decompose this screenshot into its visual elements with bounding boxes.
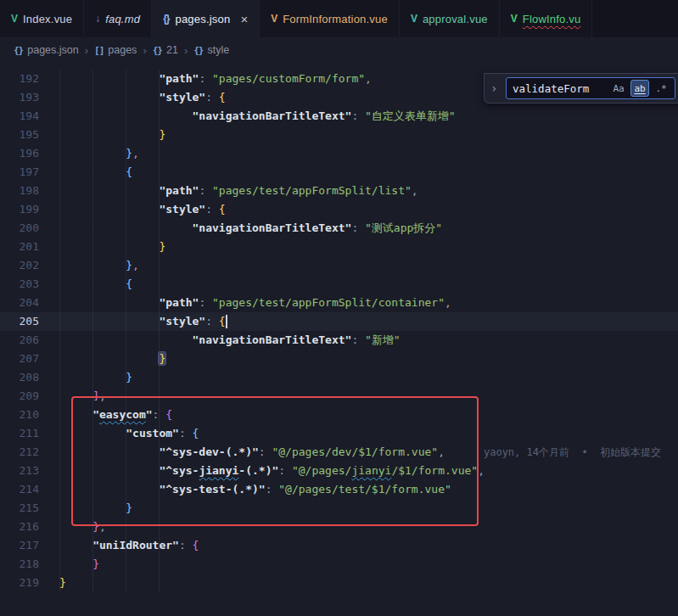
close-icon[interactable]: × xyxy=(240,13,248,25)
code-text: "custom": { xyxy=(59,424,199,443)
code-line-212[interactable]: 212 "^sys-dev-(.*)": "@/pages/dev/$1/for… xyxy=(0,443,678,462)
code-text: "style": { xyxy=(59,88,226,107)
tab-label: FlowInfo.vu xyxy=(523,13,581,25)
code-line-204[interactable]: 204 "path": "pages/test/appFormSplit/con… xyxy=(0,294,678,312)
tab-flowinfo-vue[interactable]: VFlowInfo.vu xyxy=(500,0,593,37)
code-line-209[interactable]: 209 ], xyxy=(0,387,678,406)
code-line-202[interactable]: 202 }, xyxy=(0,256,678,275)
line-number[interactable]: 198 xyxy=(0,182,39,200)
tab-faq-md[interactable]: ↓faq.md xyxy=(84,0,152,37)
line-number[interactable]: 207 xyxy=(0,350,39,368)
code-token xyxy=(59,147,126,160)
find-input-box[interactable]: Aaab.* xyxy=(506,77,675,99)
code-token: , xyxy=(445,296,451,309)
code-line-203[interactable]: 203 { xyxy=(0,275,678,294)
code-line-211[interactable]: 211 "custom": { xyxy=(0,424,678,443)
code-text: "^sys-test-(.*)": "@/pages/test/$1/form.… xyxy=(59,480,451,499)
tab-bar: VIndex.vue↓faq.md{}pages.json×VFormInfor… xyxy=(0,0,678,37)
line-number[interactable]: 203 xyxy=(0,275,39,294)
tab-form-information-vue[interactable]: VFormInformation.vue xyxy=(260,0,400,37)
code-line-210[interactable]: 210 "easycom": { xyxy=(0,406,678,424)
breadcrumb-item-pages.json[interactable]: {}pages.json xyxy=(14,44,79,56)
code-token: "^sys-dev-(.*)" xyxy=(159,445,258,458)
breadcrumb-item-pages[interactable]: []pages xyxy=(94,44,137,56)
code-line-198[interactable]: 198 "path": "pages/test/appFormSplit/lis… xyxy=(0,182,678,200)
code-line-215[interactable]: 215 } xyxy=(0,499,678,518)
find-query-input[interactable] xyxy=(511,81,609,96)
match-case-toggle[interactable]: Aa xyxy=(609,80,628,97)
tab-pages-json[interactable]: {}pages.json× xyxy=(152,0,260,37)
code-line-206[interactable]: 206 "navigationBarTitleText": "新增" xyxy=(0,331,678,350)
line-number[interactable]: 199 xyxy=(0,200,39,219)
breadcrumb-item-style[interactable]: {}style xyxy=(193,44,229,56)
code-line-208[interactable]: 208 } xyxy=(0,368,678,387)
code-line-201[interactable]: 201 } xyxy=(0,238,678,256)
code-token: "uniIdRouter" xyxy=(92,539,179,552)
code-token: } xyxy=(159,128,165,141)
code-token: } xyxy=(92,520,99,533)
line-number[interactable]: 194 xyxy=(0,107,39,126)
line-number[interactable]: 206 xyxy=(0,331,39,350)
line-number[interactable]: 213 xyxy=(0,462,39,480)
line-number[interactable]: 212 xyxy=(0,443,39,462)
line-number[interactable]: 214 xyxy=(0,480,39,499)
code-token: "custom" xyxy=(126,427,179,440)
code-line-199[interactable]: 199 "style": { xyxy=(0,200,678,219)
code-token: } xyxy=(159,240,165,253)
code-line-196[interactable]: 196 }, xyxy=(0,144,678,163)
code-line-216[interactable]: 216 }, xyxy=(0,518,678,536)
line-number[interactable]: 200 xyxy=(0,219,39,238)
vue-icon: V xyxy=(511,13,517,25)
line-number[interactable]: 217 xyxy=(0,536,39,555)
code-line-217[interactable]: 217 "uniIdRouter": { xyxy=(0,536,678,555)
line-number[interactable]: 218 xyxy=(0,555,39,574)
line-number[interactable]: 216 xyxy=(0,518,39,536)
code-line-213[interactable]: 213 "^sys-jianyi-(.*)": "@/pages/jianyi/… xyxy=(0,462,678,480)
code-text: { xyxy=(59,275,132,294)
line-number[interactable]: 195 xyxy=(0,126,39,144)
code-line-195[interactable]: 195 } xyxy=(0,126,678,144)
code-line-197[interactable]: 197 { xyxy=(0,163,678,182)
line-number[interactable]: 210 xyxy=(0,406,39,424)
line-number[interactable]: 215 xyxy=(0,499,39,518)
line-number[interactable]: 192 xyxy=(0,70,39,88)
line-number[interactable]: 211 xyxy=(0,424,39,443)
code-editor[interactable]: 192 "path": "pages/customForm/form",193 … xyxy=(0,63,678,616)
code-token: , xyxy=(99,520,106,533)
breadcrumb-item-21[interactable]: {}21 xyxy=(153,44,178,56)
line-number[interactable]: 205 xyxy=(0,312,39,331)
code-token: } xyxy=(126,501,132,514)
code-line-218[interactable]: 218 } xyxy=(0,555,678,574)
tab-approval-vue[interactable]: Vapproval.vue xyxy=(400,0,500,37)
line-number[interactable]: 208 xyxy=(0,368,39,387)
code-token: , xyxy=(438,445,445,458)
line-number[interactable]: 209 xyxy=(0,387,39,406)
line-number[interactable]: 202 xyxy=(0,256,39,275)
code-token: : xyxy=(205,315,219,328)
code-token: "@/pages/dev/$1/form.vue" xyxy=(272,445,438,458)
code-token: "自定义表单新增" xyxy=(365,109,456,122)
code-token: " xyxy=(92,408,99,421)
code-line-219[interactable]: 219} xyxy=(0,574,678,592)
code-token xyxy=(59,445,159,458)
line-number[interactable]: 196 xyxy=(0,144,39,163)
code-line-200[interactable]: 200 "navigationBarTitleText": "测试app拆分" xyxy=(0,219,678,238)
code-token: : xyxy=(179,539,193,552)
code-token: "navigationBarTitleText" xyxy=(193,221,352,234)
tab-index-vue[interactable]: VIndex.vue xyxy=(0,0,84,37)
code-line-194[interactable]: 194 "navigationBarTitleText": "自定义表单新增" xyxy=(0,107,678,126)
code-token: "^sys-test-(.*)" xyxy=(159,483,265,496)
code-line-214[interactable]: 214 "^sys-test-(.*)": "@/pages/test/$1/f… xyxy=(0,480,678,499)
vue-icon: V xyxy=(11,13,17,25)
line-number[interactable]: 201 xyxy=(0,238,39,256)
whole-word-toggle[interactable]: ab xyxy=(630,80,649,97)
toggle-replace-chevron-icon[interactable]: › xyxy=(490,81,502,95)
regex-toggle[interactable]: .* xyxy=(652,80,670,97)
line-number[interactable]: 197 xyxy=(0,163,39,182)
line-number[interactable]: 204 xyxy=(0,294,39,312)
line-number[interactable]: 193 xyxy=(0,88,39,107)
code-line-207[interactable]: 207 } xyxy=(0,350,678,368)
line-number[interactable]: 219 xyxy=(0,574,39,592)
code-token xyxy=(59,371,126,384)
code-line-205[interactable]: 205 "style": { xyxy=(0,312,678,331)
